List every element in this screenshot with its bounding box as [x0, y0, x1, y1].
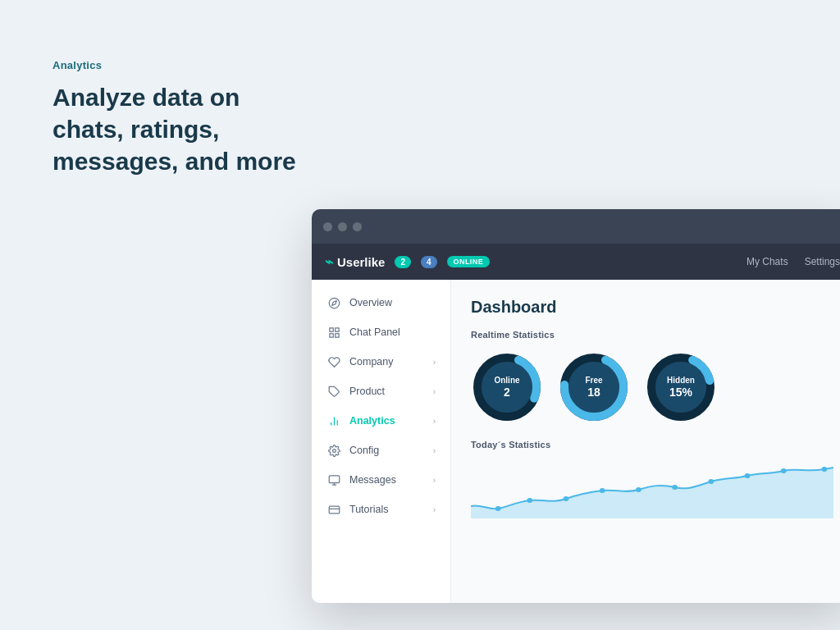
- svg-point-10: [332, 449, 336, 452]
- sidebar-label-tutorials: Tutorials: [349, 504, 388, 515]
- logo: ⌁ Userlike: [325, 253, 385, 271]
- donut-free-chart: Free 18: [558, 351, 630, 423]
- donut-free-label: Free 18: [585, 376, 602, 399]
- today-label: Today´s Statistics: [471, 440, 833, 450]
- donut-hidden-label: Hidden 15%: [667, 376, 695, 399]
- hero-section: Analytics Analyze data on chats, ratings…: [52, 59, 315, 177]
- dashboard-title: Dashboard: [471, 298, 833, 317]
- grid-icon: [326, 325, 341, 340]
- chevron-icon-tutorials: ›: [433, 505, 436, 514]
- svg-point-26: [527, 498, 533, 503]
- sidebar-label-product: Product: [349, 386, 385, 397]
- sidebar-item-config[interactable]: Config ›: [312, 436, 450, 465]
- sidebar-label-analytics: Analytics: [349, 415, 395, 427]
- sidebar-item-tutorials[interactable]: Tutorials ›: [312, 495, 450, 524]
- sidebar-label-overview: Overview: [349, 297, 392, 308]
- window-dot-yellow: [338, 222, 347, 231]
- compass-icon: [326, 295, 341, 310]
- svg-rect-2: [329, 327, 332, 331]
- sidebar-label-config: Config: [349, 445, 379, 456]
- sidebar-item-product[interactable]: Product ›: [312, 377, 450, 406]
- sidebar-item-chat-panel[interactable]: Chat Panel: [312, 317, 450, 347]
- svg-point-28: [600, 488, 605, 493]
- svg-point-29: [636, 487, 641, 492]
- window-dot-green: [353, 222, 362, 231]
- browser-chrome: [312, 209, 840, 244]
- window-dot-red: [323, 222, 332, 231]
- sidebar-label-chat-panel: Chat Panel: [349, 326, 400, 338]
- app-body: Overview Chat Panel Company ›: [312, 280, 840, 603]
- sidebar-item-messages[interactable]: Messages ›: [312, 465, 450, 495]
- sidebar: Overview Chat Panel Company ›: [312, 280, 451, 603]
- chevron-icon-product: ›: [433, 387, 436, 396]
- svg-point-33: [781, 468, 787, 473]
- sidebar-item-company[interactable]: Company ›: [312, 347, 450, 377]
- header-nav: My Chats Settings: [746, 256, 840, 267]
- svg-rect-11: [329, 475, 340, 482]
- badge-online: ONLINE: [447, 256, 491, 267]
- badge-count: 4: [421, 256, 437, 268]
- settings-icon: [326, 443, 341, 458]
- sidebar-label-company: Company: [349, 356, 394, 368]
- heart-icon: [326, 354, 341, 369]
- tag-icon: [326, 384, 341, 399]
- svg-point-0: [329, 298, 340, 308]
- donut-online-chart: Online 2: [471, 351, 543, 423]
- chevron-icon-messages: ›: [433, 476, 436, 485]
- sidebar-item-analytics[interactable]: Analytics ›: [312, 406, 450, 436]
- donut-online-label: Online 2: [494, 376, 519, 399]
- browser-window: ⌁ Userlike 2 4 ONLINE My Chats Settings …: [312, 209, 840, 603]
- realtime-label: Realtime Statistics: [471, 330, 833, 340]
- logo-text: Userlike: [337, 255, 385, 269]
- donut-hidden: Hidden 15%: [645, 351, 717, 423]
- today-section: Today´s Statistics: [471, 440, 833, 518]
- donut-free: Free 18: [558, 351, 630, 423]
- nav-my-chats[interactable]: My Chats: [746, 256, 788, 267]
- card-icon: [326, 502, 341, 517]
- nav-settings[interactable]: Settings: [805, 256, 840, 267]
- svg-point-32: [745, 473, 751, 478]
- svg-marker-1: [331, 300, 336, 304]
- app-header: ⌁ Userlike 2 4 ONLINE My Chats Settings: [312, 244, 840, 280]
- svg-rect-14: [329, 506, 340, 514]
- main-content: Dashboard Realtime Statistics Online: [451, 280, 840, 603]
- svg-point-30: [672, 485, 678, 490]
- svg-rect-4: [335, 333, 338, 336]
- donut-online: Online 2: [471, 351, 543, 423]
- svg-point-27: [564, 496, 569, 501]
- chevron-icon-analytics: ›: [433, 417, 436, 426]
- chevron-icon-config: ›: [433, 446, 436, 455]
- sidebar-label-messages: Messages: [349, 474, 396, 486]
- monitor-icon: [326, 472, 341, 487]
- hero-label: Analytics: [52, 59, 315, 71]
- charts-row: Online 2 Free: [471, 351, 833, 423]
- svg-point-25: [495, 506, 501, 511]
- svg-rect-5: [329, 333, 332, 336]
- svg-rect-3: [335, 327, 338, 331]
- svg-point-34: [822, 467, 828, 472]
- area-chart: [471, 461, 833, 518]
- hero-title: Analyze data on chats, ratings, messages…: [52, 81, 315, 177]
- logo-icon: ⌁: [325, 253, 333, 271]
- chevron-icon: ›: [433, 358, 436, 367]
- sidebar-item-overview[interactable]: Overview: [312, 288, 450, 317]
- svg-point-31: [709, 479, 714, 484]
- bar-chart-icon: [326, 413, 341, 428]
- badge-chats: 2: [395, 256, 411, 268]
- donut-hidden-chart: Hidden 15%: [645, 351, 717, 423]
